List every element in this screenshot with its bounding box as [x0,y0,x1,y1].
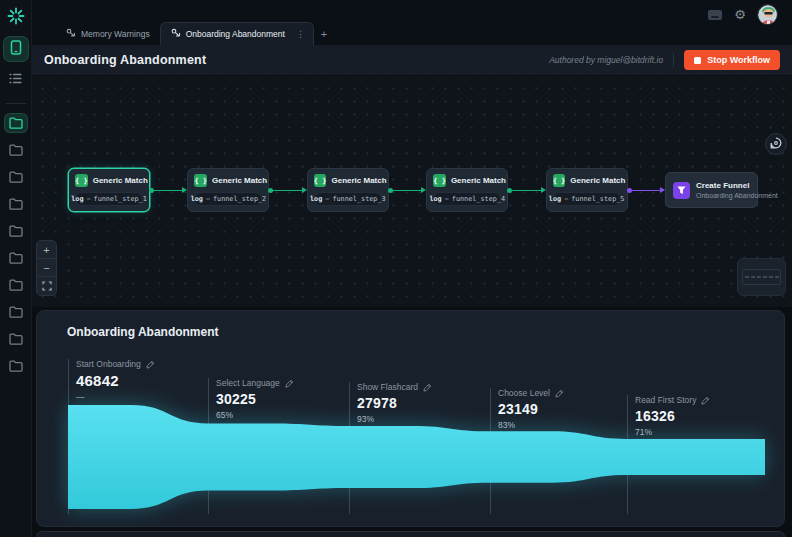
braces-icon: { } [433,174,446,187]
folder-icon[interactable] [5,249,27,267]
tab-memory-warnings[interactable]: Memory Warnings [56,22,160,45]
braces-icon: { } [75,174,88,187]
node-connector [150,168,187,212]
braces-icon: { } [194,174,207,187]
generic-match-node[interactable]: { } Generic Match log=funnel_step_1 [68,168,150,212]
rail-item-list[interactable] [4,67,28,91]
zoom-in-button[interactable]: + [37,241,56,259]
node-connector [269,168,306,212]
console-icon[interactable] [707,9,723,21]
node-connector [628,168,665,212]
canvas-minimap[interactable] [737,258,786,296]
canvas-zoom-controls: + − [36,240,57,296]
funnel-step: Show Flashcard 27978 93% [357,382,432,424]
generic-match-node[interactable]: { } Generic Match log=funnel_step_5 [546,168,628,212]
chat-bubble-icon [770,135,782,153]
list-icon [9,70,22,88]
folder-icon[interactable] [5,114,27,132]
node-condition-pill: log=funnel_step_2 [194,192,262,206]
node-connector [389,168,426,212]
node-condition-pill: log=funnel_step_3 [314,192,382,206]
workflow-icon [66,28,76,40]
braces-icon: { } [314,174,327,187]
tab-bar: Memory Warnings Onboarding Abandonment ⋮… [56,22,334,45]
topbar-icons: ⚙ [707,4,778,25]
funnel-step-label: Select Language [216,378,280,388]
main-area: Memory Warnings Onboarding Abandonment ⋮… [32,0,792,537]
rail-divider [6,103,26,104]
node-title: Generic Match [451,176,506,185]
folder-icon[interactable] [5,168,27,186]
new-tab-button[interactable]: + [314,22,334,45]
bitdrift-logo-starburst-icon [7,7,25,25]
funnel-step-conversion: 71% [635,427,710,437]
funnel-step-label: Choose Level [498,388,550,398]
zoom-out-button[interactable]: − [37,259,56,277]
workflow-header: Onboarding Abandonment Authored by migue… [32,45,792,76]
funnel-step-value: 16326 [635,408,710,424]
gear-icon[interactable]: ⚙ [734,7,746,22]
funnel-panel-title: Onboarding Abandonment [67,325,219,339]
output-node-subtitle: Onboarding Abandonment [696,192,778,199]
edit-pencil-icon[interactable] [423,383,432,392]
node-title: Generic Match [570,176,625,185]
minimap-viewport [742,269,781,285]
funnel-step-label: Read First Story [635,395,696,405]
funnel-icon [673,182,690,199]
folder-icon[interactable] [5,195,27,213]
page-title: Onboarding Abandonment [44,53,206,67]
rail-item-device[interactable] [4,37,28,61]
folder-icon[interactable] [5,222,27,240]
edit-pencil-icon[interactable] [285,379,294,388]
output-node-title: Create Funnel [696,181,778,190]
edit-pencil-icon[interactable] [701,396,710,405]
folder-icon[interactable] [5,276,27,294]
top-bar: Memory Warnings Onboarding Abandonment ⋮… [32,0,792,45]
chat-help-button[interactable] [765,133,787,155]
folder-icon[interactable] [5,330,27,348]
workflow-row: { } Generic Match log=funnel_step_1 { } … [68,168,758,212]
funnel-step-value: 46842 [76,372,155,389]
edit-pencil-icon[interactable] [146,360,155,369]
funnel-step: Choose Level 23149 83% [498,388,564,430]
rail-folders [5,114,27,375]
phone-icon [10,40,22,59]
node-condition-pill: log=funnel_step_4 [433,192,501,206]
node-connector [508,168,545,212]
node-title: Generic Match [93,176,148,185]
app-root: Memory Warnings Onboarding Abandonment ⋮… [0,0,792,537]
stop-workflow-button[interactable]: Stop Workflow [684,50,780,70]
tab-label: Onboarding Abandonment [186,29,285,39]
authored-by-text: Authored by miguel@bitdrift.io [549,55,663,65]
funnel-step-value: 27978 [357,395,432,411]
fit-view-button[interactable] [37,277,56,295]
folder-icon[interactable] [5,303,27,321]
stop-square-icon [694,57,701,64]
node-condition-pill: log=funnel_step_1 [75,192,143,206]
workflow-icon [171,28,181,40]
braces-icon: { } [553,174,566,187]
tab-label: Memory Warnings [81,29,150,39]
folder-icon[interactable] [5,141,27,159]
header-separator [673,53,674,67]
tab-onboarding-abandonment[interactable]: Onboarding Abandonment ⋮ [160,22,314,45]
funnel-step-value: 30225 [216,391,294,407]
left-rail [0,0,32,537]
node-title: Generic Match [331,176,386,185]
funnel-step-conversion: 65% [216,410,294,420]
workflow-canvas[interactable]: { } Generic Match log=funnel_step_1 { } … [32,76,792,307]
generic-match-node[interactable]: { } Generic Match log=funnel_step_2 [187,168,269,212]
node-condition-pill: log=funnel_step_5 [553,192,621,206]
funnel-step: Select Language 30225 65% [216,378,294,420]
folder-icon[interactable] [5,357,27,375]
generic-match-node[interactable]: { } Generic Match log=funnel_step_3 [307,168,389,212]
edit-pencil-icon[interactable] [555,389,564,398]
tab-menu-kebab-icon[interactable]: ⋮ [294,29,307,39]
generic-match-node[interactable]: { } Generic Match log=funnel_step_4 [426,168,508,212]
funnel-step-conversion: — [76,392,155,402]
funnel-step-conversion: 83% [498,420,564,430]
user-avatar[interactable] [757,4,778,25]
funnel-step-value: 23149 [498,401,564,417]
create-funnel-node[interactable]: Create Funnel Onboarding Abandonment [665,172,758,208]
node-title: Generic Match [212,176,267,185]
